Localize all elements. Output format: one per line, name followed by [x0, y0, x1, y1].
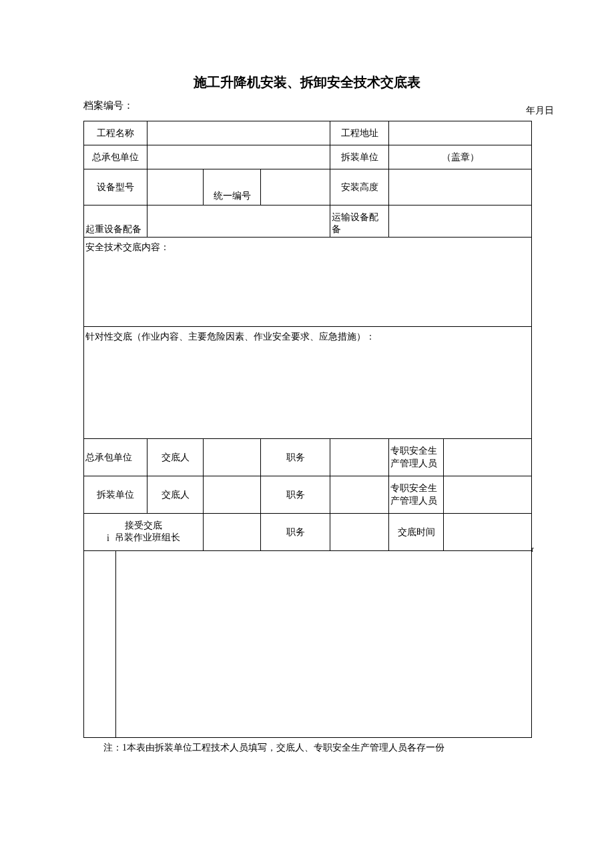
row-sig-gc: 总承包单位 交底人 职务 专职安全生产管理人员 — [84, 439, 532, 476]
label-general-contractor: 总承包单位 — [84, 145, 147, 169]
value-position-1 — [330, 439, 389, 476]
value-device-model — [147, 169, 204, 205]
label-disclose-time: 交底时间 — [389, 514, 444, 551]
value-position-3 — [330, 514, 389, 551]
archive-row: 档案编号： 年月日 — [83, 99, 531, 118]
blank-col-2 — [116, 551, 532, 738]
value-transport-equip — [389, 205, 532, 238]
label-safety-mgr-2: 专职安全生产管理人员 — [389, 476, 444, 514]
row-block2: 针对性交底（作业内容、主要危险因素、作业安全要求、应急措施）： — [84, 327, 532, 439]
row-project: 工程名称 工程地址 — [84, 121, 532, 145]
row-contractor: 总承包单位 拆装单位 （盖章） — [84, 145, 532, 169]
label-install-height: 安装高度 — [330, 169, 389, 205]
form-table: 工程名称 工程地址 总承包单位 拆装单位 （盖章） 设备型号 统一编号 安装高度… — [83, 121, 532, 738]
value-project-name — [147, 121, 330, 145]
label-dismantle-unit: 拆装单位 — [330, 145, 389, 169]
label-gc-unit: 总承包单位 — [84, 439, 147, 476]
label-project-addr: 工程地址 — [330, 121, 389, 145]
row-block1: 安全技术交底内容： — [84, 238, 532, 327]
label-position-1: 职务 — [261, 439, 330, 476]
label-transport-equip: 运输设备配备 — [330, 205, 389, 238]
archive-label: 档案编号： — [83, 99, 133, 112]
row-sig-dm: 拆装单位 交底人 职务 专职安全生产管理人员 — [84, 476, 532, 514]
stray-r: r — [531, 544, 534, 554]
receive-i: i — [107, 532, 115, 544]
value-receive-crew — [204, 514, 261, 551]
label-disclose-person-2: 交底人 — [147, 476, 204, 514]
value-position-2 — [330, 476, 389, 514]
label-unified-no: 统一编号 — [204, 169, 261, 205]
value-unified-no — [261, 169, 330, 205]
blank-col-1 — [84, 551, 116, 738]
value-safety-mgr-2 — [444, 476, 532, 514]
label-receive-crew: 接受交底 i吊装作业班组长 — [84, 514, 204, 551]
footnote: 注：1本表由拆装单位工程技术人员填写，交底人、专职安全生产管理人员各存一份 — [83, 742, 531, 754]
page-title: 施工升降机安装、拆卸安全技术交底表 — [83, 73, 531, 91]
value-disclose-person-1 — [204, 439, 261, 476]
value-safety-mgr-1 — [444, 439, 532, 476]
value-general-contractor — [147, 145, 330, 169]
value-seal: （盖章） — [389, 145, 532, 169]
receive-line2: 吊装作业班组长 — [115, 532, 180, 542]
label-disclose-person-1: 交底人 — [147, 439, 204, 476]
value-install-height — [389, 169, 532, 205]
label-position-3: 职务 — [261, 514, 330, 551]
row-equip: 起重设备配备 运输设备配备 — [84, 205, 532, 238]
value-lifting-equip — [147, 205, 330, 238]
label-project-name: 工程名称 — [84, 121, 147, 145]
label-lifting-equip: 起重设备配备 — [84, 205, 147, 238]
label-safety-mgr-1: 专职安全生产管理人员 — [389, 439, 444, 476]
row-device: 设备型号 统一编号 安装高度 — [84, 169, 532, 205]
label-device-model: 设备型号 — [84, 169, 147, 205]
receive-line1: 接受交底 — [87, 520, 200, 532]
date-label: 年月日 — [526, 105, 554, 117]
value-project-addr — [389, 121, 532, 145]
block-targeted-disclosure: 针对性交底（作业内容、主要危险因素、作业安全要求、应急措施）： — [84, 327, 532, 439]
label-dm-unit: 拆装单位 — [84, 476, 147, 514]
value-disclose-time: r — [444, 514, 532, 551]
value-disclose-person-2 — [204, 476, 261, 514]
row-tall-blank — [84, 551, 532, 738]
block-safety-content: 安全技术交底内容： — [84, 238, 532, 327]
row-sig-receive: 接受交底 i吊装作业班组长 职务 交底时间 r — [84, 514, 532, 551]
label-position-2: 职务 — [261, 476, 330, 514]
